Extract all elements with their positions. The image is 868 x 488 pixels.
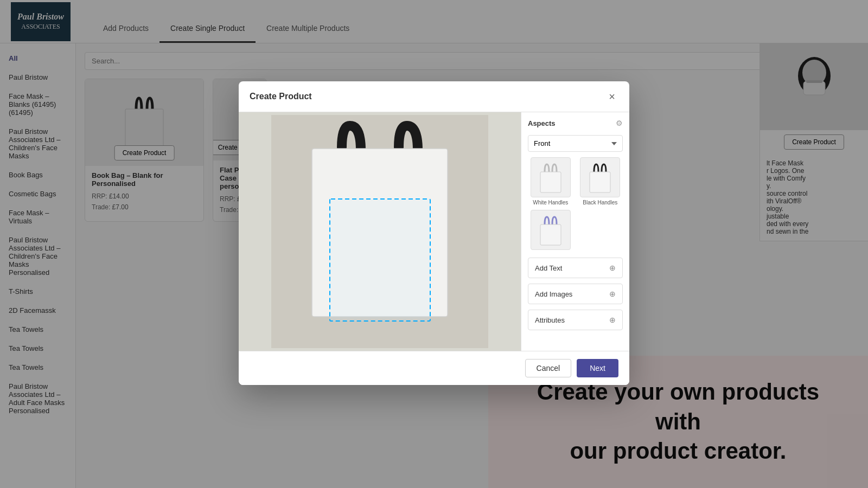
add-text-icon: ⊕ xyxy=(609,264,616,272)
product-preview xyxy=(239,112,521,351)
cancel-button[interactable]: Cancel xyxy=(525,359,572,377)
variant-black-handles-svg xyxy=(586,160,614,195)
tote-bag-preview-svg xyxy=(271,115,488,348)
aspects-title: Aspects xyxy=(528,119,556,127)
variant-third-svg xyxy=(537,213,564,248)
svg-rect-10 xyxy=(540,224,561,245)
dialog-footer: Cancel Next xyxy=(239,351,629,385)
add-images-icon: ⊕ xyxy=(609,290,616,298)
right-panel: Aspects ⚙ Front xyxy=(521,112,629,351)
dialog-body: Aspects ⚙ Front xyxy=(239,112,629,351)
attributes-button[interactable]: Attributes ⊕ xyxy=(528,310,623,330)
add-text-button[interactable]: Add Text ⊕ xyxy=(528,258,623,278)
preview-canvas xyxy=(260,112,499,351)
variant-black-handles[interactable]: Black Handles xyxy=(578,157,623,206)
variant-third[interactable] xyxy=(528,210,573,252)
variant-black-handles-label: Black Handles xyxy=(583,200,617,206)
svg-rect-9 xyxy=(590,172,610,192)
variant-grid: White Handles Black Handle xyxy=(528,157,623,252)
svg-rect-8 xyxy=(540,172,561,192)
next-button[interactable]: Next xyxy=(577,359,618,377)
add-images-button[interactable]: Add Images ⊕ xyxy=(528,284,623,304)
svg-rect-7 xyxy=(330,199,430,321)
close-button[interactable]: × xyxy=(605,90,618,103)
aspect-select[interactable]: Front xyxy=(528,135,623,152)
dialog-header: Create Product × xyxy=(239,81,629,112)
dialog-title: Create Product xyxy=(250,92,312,101)
app-layout: Paul Bristow ASSOCIATES Add Products Cre… xyxy=(0,0,868,488)
variant-white-handles[interactable]: White Handles xyxy=(528,157,573,206)
create-product-dialog: Create Product × xyxy=(239,81,629,385)
variant-white-handles-svg xyxy=(537,160,564,195)
modal-overlay: Create Product × xyxy=(0,0,868,488)
attributes-icon: ⊕ xyxy=(609,316,616,324)
aspects-header: Aspects ⚙ xyxy=(528,119,623,127)
variant-white-handles-label: White Handles xyxy=(533,200,568,206)
gear-icon[interactable]: ⚙ xyxy=(616,119,623,127)
